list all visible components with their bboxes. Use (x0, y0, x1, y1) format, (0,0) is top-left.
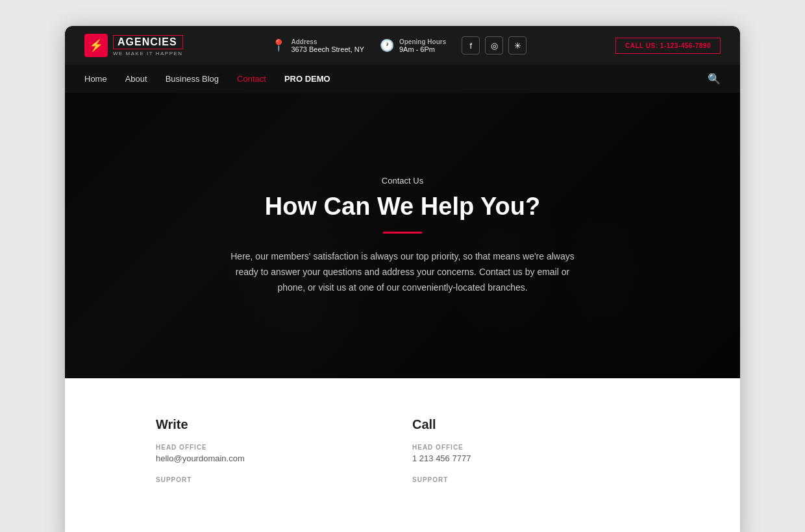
address-value: 3673 Beech Street, NY (291, 45, 364, 53)
write-head-office-value: hello@yourdomain.com (156, 453, 393, 463)
address-label: Address (291, 38, 364, 45)
hero-section: Contact Us How Can We Help You? Here, ou… (65, 93, 740, 378)
call-button[interactable]: CALL US: 1-123-456-7890 (615, 38, 721, 54)
hours-info: 🕐 Opening Hours 9Am - 6Pm (380, 38, 446, 53)
nav-link-blog[interactable]: Business Blog (166, 65, 219, 93)
site-header: ⚡ AGENCIES WE MAKE IT HAPPEN 📍 Address 3… (65, 26, 740, 65)
nav-item-contact[interactable]: Contact (237, 65, 266, 93)
logo-area: ⚡ AGENCIES WE MAKE IT HAPPEN (84, 34, 183, 57)
address-info: 📍 Address 3673 Beech Street, NY (271, 38, 364, 53)
nav-links: Home About Business Blog Contact PRO DEM… (84, 65, 330, 93)
search-icon[interactable]: 🔍 (708, 73, 721, 85)
logo-icon: ⚡ (84, 34, 108, 57)
browser-window: ⚡ AGENCIES WE MAKE IT HAPPEN 📍 Address 3… (65, 26, 740, 532)
nav-item-pro[interactable]: PRO DEMO (284, 65, 330, 93)
call-support-label: SUPPORT (412, 476, 649, 483)
location-icon: 📍 (271, 38, 286, 53)
yelp-icon[interactable]: ✳ (508, 36, 526, 54)
call-card: Call HEAD OFFICE 1 213 456 7777 SUPPORT (412, 404, 649, 509)
nav-link-contact[interactable]: Contact (237, 65, 266, 93)
hours-value: 9Am - 6Pm (399, 45, 446, 53)
write-support: SUPPORT (156, 476, 393, 483)
hours-label: Opening Hours (399, 38, 446, 45)
facebook-icon[interactable]: f (462, 36, 480, 54)
write-head-office-label: HEAD OFFICE (156, 444, 393, 451)
contact-grid: Write HEAD OFFICE hello@yourdomain.com S… (156, 404, 649, 509)
call-head-office: HEAD OFFICE 1 213 456 7777 (412, 444, 649, 463)
site-nav: Home About Business Blog Contact PRO DEM… (65, 65, 740, 93)
hero-title: How Can We Help You? (221, 192, 584, 222)
social-icons: f ◎ ✳ (462, 36, 526, 54)
nav-item-home[interactable]: Home (84, 65, 107, 93)
hero-content: Contact Us How Can We Help You? Here, ou… (208, 150, 597, 322)
write-card: Write HEAD OFFICE hello@yourdomain.com S… (156, 404, 393, 509)
instagram-icon[interactable]: ◎ (485, 36, 503, 54)
nav-link-home[interactable]: Home (84, 65, 107, 93)
call-title: Call (412, 417, 649, 432)
nav-link-pro[interactable]: PRO DEMO (284, 65, 330, 93)
nav-item-about[interactable]: About (125, 65, 147, 93)
call-head-office-label: HEAD OFFICE (412, 444, 649, 451)
hero-subtitle: Contact Us (221, 176, 584, 186)
hero-description: Here, our members' satisfaction is alway… (221, 249, 584, 295)
nav-link-about[interactable]: About (125, 65, 147, 93)
write-title: Write (156, 417, 393, 432)
write-head-office: HEAD OFFICE hello@yourdomain.com (156, 444, 393, 463)
contact-section: Write HEAD OFFICE hello@yourdomain.com S… (65, 378, 740, 532)
header-info: 📍 Address 3673 Beech Street, NY 🕐 Openin… (196, 36, 602, 54)
logo-name: AGENCIES (113, 35, 183, 49)
logo-tagline: WE MAKE IT HAPPEN (113, 51, 183, 56)
nav-item-blog[interactable]: Business Blog (166, 65, 219, 93)
write-support-label: SUPPORT (156, 476, 393, 483)
clock-icon: 🕐 (380, 38, 394, 53)
call-support: SUPPORT (412, 476, 649, 483)
hero-divider (383, 232, 422, 234)
logo-text-group: AGENCIES WE MAKE IT HAPPEN (113, 35, 183, 56)
call-head-office-value: 1 213 456 7777 (412, 453, 649, 463)
